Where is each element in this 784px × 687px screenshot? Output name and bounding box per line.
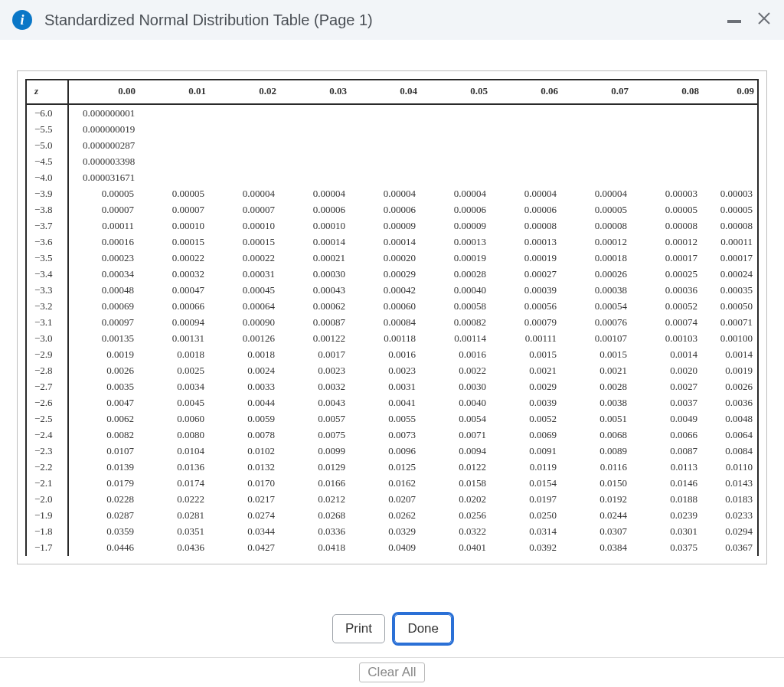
background-clear-all: Clear All [0, 657, 784, 682]
value-cell: 0.00032 [139, 266, 209, 282]
value-cell: 0.00062 [279, 298, 350, 314]
table-row: −1.60.05480.05370.05260.05160.05050.0495… [27, 555, 757, 556]
value-cell: 0.00050 [702, 298, 757, 314]
value-cell: 0.0031 [350, 378, 420, 394]
value-cell: 0.00079 [491, 314, 561, 330]
value-cell: 0.0322 [420, 523, 491, 539]
value-cell: 0.0301 [632, 523, 702, 539]
value-cell: 0.00008 [491, 218, 561, 234]
value-cell: 0.0015 [561, 346, 632, 362]
value-cell: 0.00010 [279, 218, 350, 234]
table-row: −2.00.02280.02220.02170.02120.02070.0202… [27, 491, 757, 507]
z-cell: −2.2 [27, 459, 68, 475]
z-cell: −6.0 [27, 104, 68, 121]
col-header: 0.09 [702, 80, 757, 104]
table-row: −2.20.01390.01360.01320.01290.01250.0122… [27, 459, 757, 475]
value-cell: 0.0192 [561, 491, 632, 507]
value-cell: 0.0465 [632, 555, 702, 556]
value-cell: 0.00006 [279, 201, 350, 218]
value-cell: 0.00008 [702, 218, 757, 234]
value-cell: 0.00003 [702, 185, 757, 201]
value-cell: 0.00054 [561, 298, 632, 314]
col-header: 0.08 [632, 80, 702, 104]
value-cell: 0.00014 [279, 234, 350, 250]
value-cell: 0.0087 [632, 443, 702, 459]
value-cell: 0.0084 [702, 443, 757, 459]
value-cell: 0.0526 [209, 555, 279, 556]
value-cell: 0.00008 [561, 218, 632, 234]
value-cell: 0.0329 [350, 523, 420, 539]
done-button[interactable]: Done [394, 614, 452, 643]
close-icon[interactable] [756, 11, 772, 29]
print-button[interactable]: Print [332, 614, 385, 643]
value-cell: 0.00004 [279, 185, 350, 201]
value-cell: 0.0052 [491, 411, 561, 427]
value-cell: 0.00084 [350, 314, 420, 330]
value-cell: 0.0030 [420, 378, 491, 394]
value-cell: 0.00024 [702, 266, 757, 282]
value-cell: 0.0336 [279, 523, 350, 539]
value-cell: 0.00004 [209, 185, 279, 201]
table-row: −4.50.000003398 [27, 153, 757, 169]
z-cell: −3.4 [27, 266, 68, 282]
value-cell: 0.0068 [561, 427, 632, 443]
value-cell: 0.00010 [209, 218, 279, 234]
value-cell: 0.0174 [139, 475, 209, 491]
value-cell: 0.0102 [209, 443, 279, 459]
value-cell: 0.00019 [420, 250, 491, 266]
z-cell: −3.1 [27, 314, 68, 330]
value-cell: 0.0166 [279, 475, 350, 491]
value-cell: 0.0139 [68, 459, 139, 475]
z-table: z0.000.010.020.030.040.050.060.070.080.0… [27, 80, 757, 556]
value-cell: 0.00107 [561, 330, 632, 346]
value-cell: 0.00009 [350, 218, 420, 234]
value-cell: 0.00021 [279, 250, 350, 266]
value-cell: 0.00027 [491, 266, 561, 282]
table-row: −3.10.000970.000940.000900.000870.000840… [27, 314, 757, 330]
value-cell: 0.00045 [209, 282, 279, 298]
minimize-icon[interactable] [727, 20, 741, 23]
z-cell: −1.8 [27, 523, 68, 539]
value-cell: 0.00004 [350, 185, 420, 201]
value-cell: 0.00043 [279, 282, 350, 298]
button-bar: Print Done [0, 614, 784, 643]
z-cell: −3.9 [27, 185, 68, 201]
value-cell: 0.0051 [561, 411, 632, 427]
value-cell: 0.0351 [139, 523, 209, 539]
value-cell: 0.00023 [68, 250, 139, 266]
value-cell: 0.00040 [420, 282, 491, 298]
z-cell: −3.7 [27, 218, 68, 234]
value-cell: 0.0436 [139, 539, 209, 555]
value-cell: 0.0066 [632, 427, 702, 443]
value-cell: 0.0104 [139, 443, 209, 459]
value-cell: 0.00022 [209, 250, 279, 266]
value-cell: 0.0069 [491, 427, 561, 443]
value-cell: 0.0113 [632, 459, 702, 475]
value-cell: 0.0047 [68, 394, 139, 411]
value-cell: 0.0455 [702, 555, 757, 556]
value-cell: 0.00004 [491, 185, 561, 201]
value-cell: 0.0043 [279, 394, 350, 411]
z-cell: −2.6 [27, 394, 68, 411]
value-cell: 0.00118 [350, 330, 420, 346]
value-cell: 0.00052 [632, 298, 702, 314]
value-cell: 0.0057 [279, 411, 350, 427]
value-cell: 0.0023 [350, 362, 420, 378]
z-cell: −2.8 [27, 362, 68, 378]
z-cell: −2.3 [27, 443, 68, 459]
value-cell: 0.00019 [491, 250, 561, 266]
value-cell: 0.0039 [491, 394, 561, 411]
value-cell: 0.00006 [350, 201, 420, 218]
value-cell: 0.0035 [68, 378, 139, 394]
z-cell: −2.4 [27, 427, 68, 443]
table-scroll[interactable]: z0.000.010.020.030.040.050.060.070.080.0… [25, 79, 759, 556]
value-cell: 0.00074 [632, 314, 702, 330]
z-cell: −2.9 [27, 346, 68, 362]
value-cell: 0.00094 [139, 314, 209, 330]
value-cell: 0.00004 [420, 185, 491, 201]
clear-all-button[interactable]: Clear All [359, 662, 424, 682]
value-cell: 0.0516 [279, 555, 350, 556]
z-cell: −3.8 [27, 201, 68, 218]
value-cell: 0.00135 [68, 330, 139, 346]
value-cell: 0.00087 [279, 314, 350, 330]
